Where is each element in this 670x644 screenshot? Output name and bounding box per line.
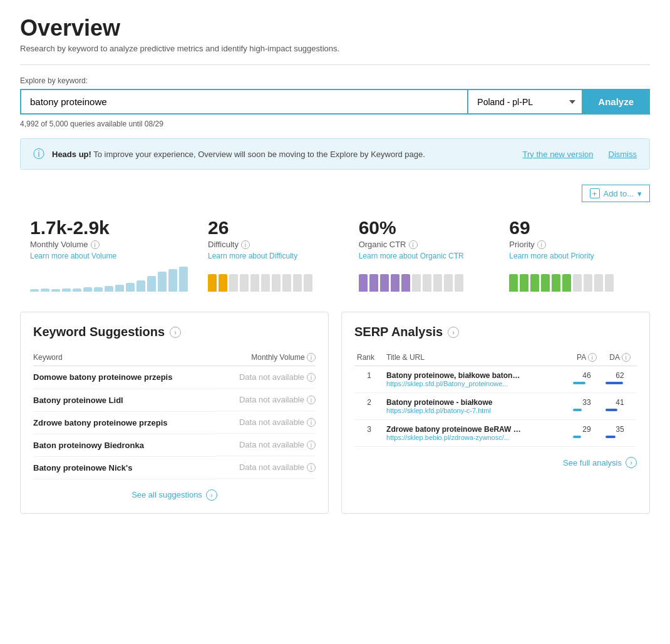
serp-table-row: 1Batony proteinowe, białkowe batony dl..… — [354, 366, 637, 393]
chart-bar — [219, 274, 227, 292]
chart-bar — [126, 283, 135, 292]
metric-chart-0 — [30, 267, 188, 292]
serp-pa-value: 46 — [573, 371, 600, 380]
keyword-suggestions-title: Keyword Suggestions › — [33, 325, 316, 339]
serp-da-value: 41 — [606, 398, 634, 407]
serp-pa-bar — [573, 436, 581, 438]
chart-bar — [147, 276, 156, 292]
metric-info-icon-1[interactable]: i — [241, 240, 250, 249]
dismiss-link[interactable]: Dismiss — [609, 150, 637, 159]
serp-pa-cell: 29 — [570, 420, 603, 447]
metric-learn-more-1[interactable]: Learn more about Difficulty — [208, 252, 339, 260]
serp-da-cell: 41 — [603, 393, 637, 420]
try-new-version-link[interactable]: Try the new version — [523, 150, 594, 159]
metric-label-3: Priorityi — [509, 240, 640, 249]
serp-da-bar — [606, 436, 616, 438]
kw-volume-cell: Data not availablei — [215, 434, 316, 456]
serp-da-bar — [606, 382, 624, 384]
serp-da-info-icon[interactable]: i — [622, 353, 631, 362]
metric-chart-2 — [359, 267, 490, 292]
metric-learn-more-0[interactable]: Learn more about Volume — [30, 252, 188, 260]
kw-title-arrow-icon: › — [170, 327, 181, 338]
serp-title-text: Batony proteinowe, białkowe batony dl... — [386, 371, 524, 380]
metric-info-icon-0[interactable]: i — [91, 240, 100, 249]
header-divider — [20, 64, 650, 65]
kw-volume-cell: Data not availablei — [215, 366, 316, 389]
see-all-arrow-icon: › — [206, 489, 217, 501]
see-full-analysis-link[interactable]: See full analysis › — [354, 457, 637, 468]
serp-pa-value: 33 — [573, 398, 600, 407]
metric-card-2: 60%Organic CTRiLearn more about Organic … — [349, 210, 500, 299]
kw-volume-info-icon[interactable]: i — [307, 353, 316, 362]
kw-volume-row-info-icon[interactable]: i — [307, 463, 316, 472]
chart-bar — [359, 274, 368, 292]
serp-url-text: https://sklep.sfd.pl/Batony_proteinowe..… — [386, 380, 524, 387]
kw-volume-row-info-icon[interactable]: i — [307, 441, 316, 449]
serp-analysis-panel: SERP Analysis › Rank Title & URL PA i DA — [341, 312, 650, 514]
serp-pa-info-icon[interactable]: i — [588, 353, 597, 362]
search-input[interactable] — [20, 89, 467, 115]
serp-col-da: DA i — [603, 349, 637, 366]
see-full-text: See full analysis — [563, 458, 622, 468]
chart-bar — [412, 274, 421, 292]
banner-text: Heads up! To improve your experience, Ov… — [52, 150, 515, 159]
chart-bar — [520, 274, 528, 292]
chart-bar — [73, 289, 81, 292]
kw-table-row: Domowe batony proteinowe przepisData not… — [33, 366, 316, 389]
metric-learn-more-3[interactable]: Learn more about Priority — [509, 252, 640, 260]
add-to-button[interactable]: + Add to... ▾ — [582, 185, 650, 202]
kw-volume-row-info-icon[interactable]: i — [307, 373, 316, 382]
kw-col-volume: Monthly Volume i — [215, 349, 316, 366]
chart-bar — [423, 274, 431, 292]
chart-bar — [584, 274, 592, 292]
chart-bar — [62, 289, 71, 292]
chart-bar — [369, 274, 378, 292]
serp-pa-value: 29 — [573, 425, 600, 434]
kw-table-row: Batony proteinowe LidlData not available… — [33, 389, 316, 411]
serp-pa-cell: 46 — [570, 366, 603, 393]
metric-info-icon-3[interactable]: i — [537, 240, 546, 249]
chart-bar — [137, 280, 145, 292]
keyword-suggestions-panel: Keyword Suggestions › Keyword Monthly Vo… — [20, 312, 329, 514]
chart-bar — [51, 289, 60, 292]
page-title: Overview — [20, 15, 650, 41]
panels-row: Keyword Suggestions › Keyword Monthly Vo… — [20, 312, 650, 514]
see-all-text: See all suggestions — [131, 490, 202, 499]
chart-bar — [94, 287, 103, 292]
chart-bar — [41, 289, 49, 292]
metric-card-0: 1.7k-2.9kMonthly VolumeiLearn more about… — [20, 210, 198, 299]
keyword-table: Keyword Monthly Volume i Domowe batony p… — [33, 349, 316, 479]
metric-card-1: 26DifficultyiLearn more about Difficulty — [198, 210, 349, 299]
chart-bar — [105, 286, 113, 292]
kw-table-row: Baton proteinowy BiedronkaData not avail… — [33, 434, 316, 456]
kw-keyword-cell: Domowe batony proteinowe przepis — [33, 366, 215, 389]
chart-bar — [250, 274, 259, 292]
see-full-arrow-icon: › — [626, 457, 637, 468]
serp-title-text: Zdrowe batony proteinowe BeRAW od ... — [386, 425, 524, 434]
see-all-suggestions-link[interactable]: See all suggestions › — [33, 489, 316, 501]
serp-pa-bar — [573, 382, 585, 384]
metric-learn-more-2[interactable]: Learn more about Organic CTR — [359, 252, 490, 260]
serp-url-text: https://sklep.bebio.pl/zdrowa-zywnosc/..… — [386, 434, 524, 441]
kw-volume-row-info-icon[interactable]: i — [307, 396, 316, 404]
chart-bar — [282, 274, 291, 292]
chart-bar — [158, 272, 167, 292]
serp-da-cell: 62 — [603, 366, 637, 393]
kw-keyword-cell: Zdrowe batony proteinowe przepis — [33, 411, 215, 434]
locale-select[interactable]: Poland - pl-PL United States - en-US Ger… — [467, 89, 582, 115]
kw-volume-row-info-icon[interactable]: i — [307, 418, 316, 427]
metric-chart-3 — [509, 267, 640, 292]
serp-pa-bar — [573, 409, 582, 411]
metric-value-1: 26 — [208, 217, 339, 238]
analyze-button[interactable]: Analyze — [582, 89, 650, 115]
chart-bar — [380, 274, 389, 292]
add-to-chevron: ▾ — [637, 189, 642, 198]
metric-card-3: 69PriorityiLearn more about Priority — [499, 210, 650, 299]
metric-info-icon-2[interactable]: i — [409, 240, 418, 249]
kw-table-row: Batony proteinowe Nick'sData not availab… — [33, 456, 316, 479]
chart-bar — [594, 274, 603, 292]
kw-keyword-cell: Batony proteinowe Lidl — [33, 389, 215, 411]
kw-keyword-cell: Baton proteinowy Biedronka — [33, 434, 215, 456]
chart-bar — [605, 274, 614, 292]
serp-table: Rank Title & URL PA i DA i 1Batony prote… — [354, 349, 637, 447]
